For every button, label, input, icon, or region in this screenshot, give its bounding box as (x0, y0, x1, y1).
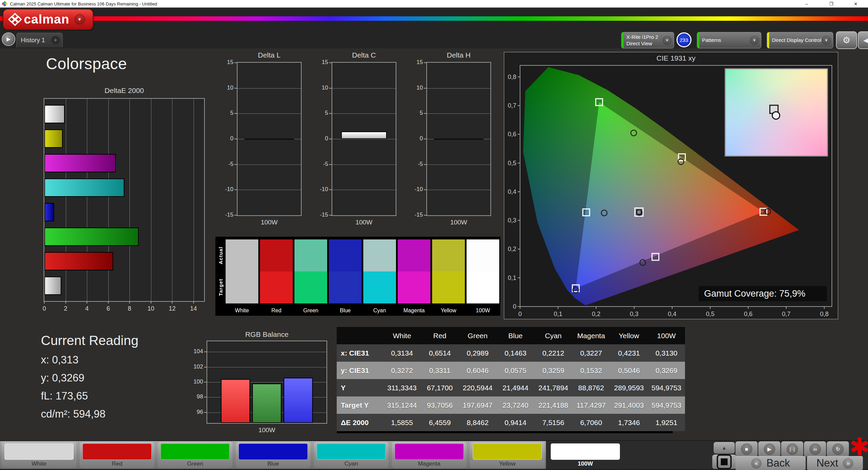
delta-h-chart: 151050-5-10-15100W (426, 62, 491, 216)
stop-button[interactable]: ■ (735, 441, 758, 457)
table-cell: 241,7894 (534, 379, 572, 396)
table-cell: 21,4944 (497, 379, 534, 396)
window-title: Calman 2025 Calman Ultimate for Business… (10, 1, 157, 6)
calman-logo-text: calman (24, 12, 70, 27)
pattern-button-100w[interactable]: 100W (548, 442, 623, 468)
table-cell: 289,9593 (610, 379, 648, 396)
gridline (427, 164, 490, 165)
settings-button[interactable]: ⚙ (836, 31, 857, 49)
restore-button[interactable]: ❐ (819, 0, 843, 7)
gridline (108, 99, 109, 301)
tab-history-1[interactable]: History 1 (16, 33, 49, 47)
svg-text:0,7: 0,7 (782, 311, 791, 317)
pattern-button-white[interactable]: White (2, 442, 76, 468)
display-control-dropdown[interactable]: Direct Display Control ▼ (767, 32, 833, 48)
delta-bar (341, 131, 387, 139)
pattern-button-green[interactable]: Green (158, 442, 232, 468)
close-button[interactable]: ✕ (843, 0, 868, 7)
y-axis-tick (329, 215, 332, 216)
play-button[interactable]: ▶ (758, 441, 780, 457)
refresh-button[interactable]: ↻ (827, 441, 849, 457)
swatch-label: 100W (467, 308, 499, 314)
pattern-button-label: Cyan (314, 460, 389, 467)
pattern-swatch (551, 443, 620, 460)
swatch-label: Blue (329, 308, 362, 314)
calman-menu-button[interactable]: calman ▼ (3, 9, 93, 30)
y-axis-tick (204, 367, 207, 367)
pattern-button-cyan[interactable]: Cyan (314, 442, 389, 468)
table-cell: 6,7060 (572, 414, 610, 431)
svg-text:0,6: 0,6 (744, 311, 752, 317)
y-axis-tick (204, 397, 207, 397)
table-header-Red: Red (421, 327, 459, 344)
delta-l-title: Delta L (237, 51, 302, 59)
table-cell: 67,1700 (421, 379, 459, 396)
gear-icon: ⚙ (842, 35, 850, 46)
chevrons-left-icon: « (751, 458, 762, 469)
pattern-swatch (317, 443, 386, 460)
pattern-button-red[interactable]: Red (80, 442, 154, 468)
x-axis-tick (172, 301, 172, 303)
actual-swatch (226, 239, 258, 271)
y-axis-label: -10 (411, 186, 423, 193)
rgb-bar-red (221, 379, 250, 423)
y-axis-label: 0 (411, 135, 423, 142)
svg-text:0,7: 0,7 (508, 102, 516, 109)
pattern-button-label: 100W (548, 460, 623, 467)
y-axis-label: 10 (411, 84, 423, 91)
table-cell: 0,3134 (383, 344, 421, 362)
gridline (207, 367, 326, 367)
y-axis-tick (424, 215, 426, 216)
table-row: Target Y315,124493,7056197,694723,724022… (337, 396, 685, 414)
y-axis-label: 10 (221, 84, 233, 91)
gridline (238, 164, 301, 165)
add-tab-button[interactable]: + (49, 33, 63, 47)
table-cell: 0,2989 (459, 344, 497, 362)
table-row: Y311,334367,1700220,594421,4944241,78948… (337, 379, 685, 396)
collapse-panel-button[interactable]: ◀ (858, 31, 868, 49)
delta-h-title: Delta H (426, 51, 491, 59)
table-cell: 0,6046 (459, 362, 497, 379)
patterns-dropdown[interactable]: Patterns ▼ (697, 32, 761, 48)
minimize-button[interactable]: – (794, 0, 819, 7)
svg-text:0,1: 0,1 (508, 275, 516, 281)
table-header-Green: Green (459, 327, 497, 344)
table-cell: 221,4188 (534, 396, 572, 414)
y-axis-label: 100 (192, 378, 203, 385)
y-axis-tick (424, 164, 426, 165)
meter-count-badge[interactable]: 233 (676, 32, 691, 47)
tab-scroll-button[interactable]: ▶ (2, 32, 15, 46)
pattern-button-yellow[interactable]: Yellow (470, 442, 545, 468)
actual-swatch (294, 239, 327, 271)
gridline (332, 113, 396, 114)
range-button[interactable]: [··] (781, 441, 803, 457)
target-swatch (363, 271, 396, 303)
x-axis-label: 100W (207, 426, 326, 434)
table-cell: 23,7240 (497, 396, 534, 414)
chevron-left-icon: ◀ (863, 36, 868, 44)
actual-swatch (363, 239, 396, 271)
back-button[interactable]: « Back (735, 456, 806, 470)
pattern-button-blue[interactable]: Blue (236, 442, 310, 468)
x-axis-label: 8 (124, 305, 135, 312)
window-pattern-button[interactable] (712, 455, 736, 469)
actual-swatch (260, 239, 293, 271)
table-cell: 197,6947 (459, 396, 497, 414)
current-reading-heading: Current Reading (41, 333, 138, 348)
chevron-down-icon[interactable]: ▼ (74, 14, 85, 25)
table-cell: 291,4003 (610, 396, 648, 414)
y-axis-tick (204, 412, 207, 413)
pattern-button-label: Magenta (392, 460, 467, 467)
rainbow-strip (0, 16, 868, 21)
table-cell: 0,6514 (421, 344, 459, 362)
pattern-list-up-button[interactable]: ▲ (714, 442, 735, 454)
meter-dropdown[interactable]: X-Rite i1Pro 2 Direct View ▼ (621, 32, 674, 48)
y-axis-tick (329, 164, 332, 165)
y-axis-label: -5 (221, 161, 233, 168)
pattern-button-magenta[interactable]: Magenta (392, 442, 467, 468)
target-swatch (398, 271, 430, 303)
table-cell: 93,7056 (421, 396, 459, 414)
loop-button[interactable]: ∞ (804, 441, 826, 457)
title-bar: Calman 2025 Calman Ultimate for Business… (0, 0, 868, 7)
y-axis-tick (329, 113, 332, 114)
